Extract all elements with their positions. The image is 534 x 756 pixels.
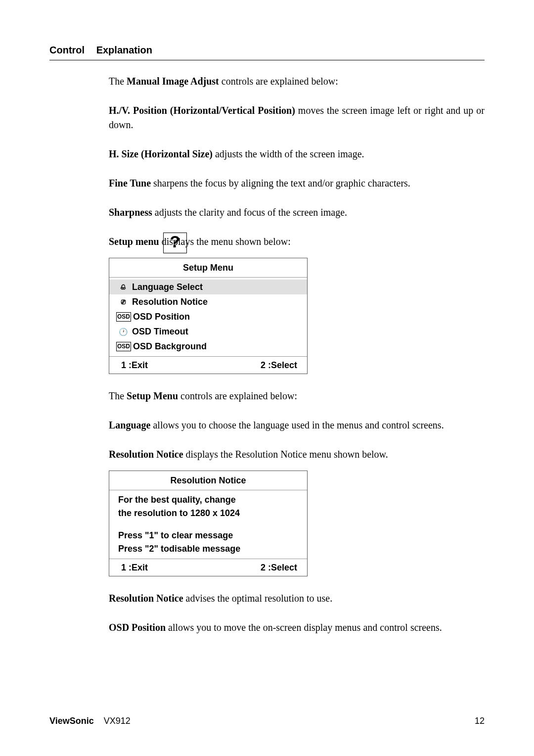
page-footer: ViewSonic VX912 12 — [49, 716, 485, 726]
setup-menu-box: Setup Menu 🕭 Language Select ⎚ Resolutio… — [109, 258, 308, 374]
screen-icon: ⎚ — [114, 296, 132, 307]
question-icon: ? — [163, 233, 187, 253]
paragraph-fine-tune: Fine Tune sharpens the focus by aligning… — [109, 176, 485, 190]
paragraph-h-size: H. Size (Horizontal Size) adjusts the wi… — [109, 147, 485, 161]
notice-line: the resolution to 1280 x 1024 — [118, 507, 298, 520]
paragraph-sharpness: Sharpness adjusts the clarity and focus … — [109, 205, 485, 220]
resolution-notice-title: Resolution Notice — [109, 471, 307, 490]
menu-item-resolution-notice: ⎚ Resolution Notice — [109, 294, 307, 309]
paragraph-osd-position: OSD Position allows you to move the on-s… — [109, 620, 485, 635]
header-control: Control — [49, 45, 85, 55]
clock-icon: 🕐 — [114, 327, 132, 337]
footer-exit: 1 :Exit — [121, 359, 148, 372]
paragraph-resolution-notice-explain: Resolution Notice advises the optimal re… — [109, 591, 485, 606]
page-number: 12 — [475, 716, 485, 726]
paragraph-manual-image-adjust: The Manual Image Adjust controls are exp… — [109, 74, 485, 89]
footer-brand: ViewSonic — [49, 716, 94, 726]
footer-exit: 1 :Exit — [121, 561, 148, 574]
setup-menu-footer: 1 :Exit 2 :Select — [109, 356, 307, 374]
notice-line: Press "1" to clear message — [118, 529, 298, 542]
setup-menu-title: Setup Menu — [109, 258, 307, 278]
paragraph-hv-position: H./V. Position (Horizontal/Vertical Posi… — [109, 103, 485, 132]
globe-icon: 🕭 — [114, 282, 132, 292]
notice-line: For the best quality, change — [118, 493, 298, 507]
osd-icon: OSD — [116, 312, 131, 322]
resolution-notice-box: Resolution Notice For the best quality, … — [109, 471, 308, 576]
footer-model: VX912 — [104, 716, 131, 726]
menu-item-label: OSD Position — [133, 310, 302, 323]
menu-item-osd-position: OSD OSD Position — [109, 309, 307, 324]
footer-select: 2 :Select — [261, 561, 297, 574]
paragraph-setup-menu-explain: The Setup Menu controls are explained be… — [109, 389, 485, 403]
menu-item-label: OSD Timeout — [132, 325, 302, 338]
osd-icon: OSD — [116, 342, 131, 351]
notice-line: Press "2" todisable message — [118, 542, 298, 556]
resolution-notice-footer: 1 :Exit 2 :Select — [109, 559, 307, 576]
menu-item-language-select: 🕭 Language Select — [109, 280, 307, 294]
menu-item-osd-background: OSD OSD Background — [109, 339, 307, 354]
section-header: Control Explanation — [49, 45, 485, 60]
footer-select: 2 :Select — [261, 359, 297, 372]
menu-item-label: Resolution Notice — [132, 295, 302, 308]
menu-item-label: OSD Background — [133, 340, 302, 353]
menu-item-label: Language Select — [132, 281, 302, 293]
header-explanation: Explanation — [96, 45, 152, 55]
paragraph-language: Language allows you to choose the langua… — [109, 418, 485, 432]
menu-item-osd-timeout: 🕐 OSD Timeout — [109, 324, 307, 339]
paragraph-resolution-notice-intro: Resolution Notice displays the Resolutio… — [109, 447, 485, 462]
